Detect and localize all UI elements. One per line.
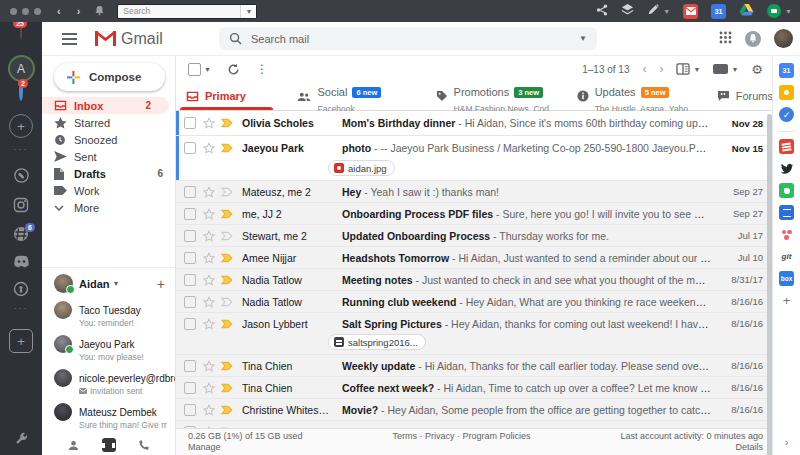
- star-icon[interactable]: [203, 208, 215, 220]
- email-row[interactable]: Jaeyou Park photo - -- Jaeyou Park Busin…: [176, 136, 773, 181]
- email-row[interactable]: Olivia Scholes Mom's Birthday dinner - H…: [176, 111, 773, 136]
- discord-icon[interactable]: [13, 255, 30, 268]
- email-row[interactable]: Tina Chien Coffee next week? - Hi Aidan,…: [176, 377, 773, 399]
- account-avatar[interactable]: [774, 29, 793, 48]
- email-row[interactable]: Christine Whiteside Movie? - Hey Aidan, …: [176, 399, 773, 421]
- importance-marker-icon[interactable]: [221, 118, 233, 128]
- hangouts-contact[interactable]: Jaeyou Park You: mov please!: [42, 331, 175, 365]
- star-icon[interactable]: [203, 404, 215, 416]
- mail-search-bar[interactable]: Search mail ▼: [219, 27, 597, 50]
- window-zoom-button[interactable]: [34, 8, 41, 15]
- input-tools-caret-icon[interactable]: ▼: [731, 66, 738, 73]
- compose-button[interactable]: Compose: [54, 63, 165, 91]
- email-row[interactable]: Mateusz, me 2 Hey - Yeah I saw it :) tha…: [176, 181, 773, 203]
- star-icon[interactable]: [203, 230, 215, 242]
- window-controls[interactable]: [10, 8, 41, 15]
- star-icon[interactable]: [203, 142, 215, 154]
- address-search-bar[interactable]: Search ▼: [117, 4, 257, 19]
- hangouts-contact[interactable]: nicole.peverley@rdbrck.com Invitation se…: [42, 365, 175, 399]
- gmail-logo[interactable]: Gmail: [95, 30, 183, 48]
- row-checkbox[interactable]: [184, 296, 196, 308]
- tab-forums[interactable]: Forums: [707, 82, 773, 110]
- compose-pencil-icon[interactable]: [647, 2, 659, 20]
- star-icon[interactable]: [203, 274, 215, 286]
- tasks-icon[interactable]: ✓: [779, 107, 794, 122]
- row-checkbox[interactable]: [184, 142, 196, 154]
- newer-page-arrow[interactable]: ‹: [642, 62, 646, 76]
- hangouts-user-name[interactable]: Aidan: [79, 278, 110, 290]
- hashtag-app-icon[interactable]: 6: [13, 226, 29, 242]
- importance-marker-icon[interactable]: [221, 319, 233, 329]
- new-conversation-button[interactable]: +: [157, 276, 165, 292]
- hangouts-contact[interactable]: Taco Tuesday You: reminder!: [42, 297, 175, 331]
- back-button[interactable]: ‹: [57, 5, 61, 17]
- sidebar-item-snoozed[interactable]: Snoozed: [42, 131, 175, 148]
- window-minimize-button[interactable]: [22, 8, 29, 15]
- importance-marker-icon[interactable]: [221, 427, 233, 429]
- notifications-bell-icon[interactable]: [94, 2, 105, 20]
- add-app-button[interactable]: +: [779, 293, 794, 308]
- attachment-chip[interactable]: saltspring2016...: [328, 334, 426, 350]
- email-row[interactable]: Nadia Tatlow Running club weekend - Hey …: [176, 291, 773, 313]
- footer-links[interactable]: Terms · Privacy · Program Policies: [303, 431, 621, 455]
- calendar-app-tab[interactable]: 31: [711, 4, 726, 19]
- calendar-icon[interactable]: 31: [779, 63, 794, 78]
- importance-marker-icon[interactable]: [221, 297, 233, 307]
- email-row[interactable]: Tina Chien Weekly update - Hi Aidan, Tha…: [176, 355, 773, 377]
- split-pane-icon[interactable]: ▼: [676, 63, 700, 75]
- star-icon[interactable]: [203, 296, 215, 308]
- row-checkbox[interactable]: [184, 252, 196, 264]
- hangouts-caret-icon[interactable]: ▼: [785, 8, 792, 15]
- phone-call-icon[interactable]: [137, 438, 151, 452]
- star-icon[interactable]: [203, 382, 215, 394]
- layers-icon[interactable]: [621, 2, 634, 20]
- settings-wrench-icon[interactable]: [14, 431, 29, 446]
- box-icon[interactable]: box: [779, 271, 794, 286]
- whatsapp-icon[interactable]: [13, 167, 30, 184]
- hamburger-menu-icon[interactable]: [62, 38, 77, 40]
- sidebar-item-drafts[interactable]: Drafts 6: [42, 165, 175, 182]
- details-link[interactable]: Details: [620, 442, 763, 453]
- importance-marker-icon[interactable]: [221, 209, 233, 219]
- workspace-avatar-active[interactable]: 2: [19, 82, 23, 100]
- row-checkbox[interactable]: [184, 318, 196, 330]
- importance-marker-icon[interactable]: [221, 275, 233, 285]
- row-checkbox[interactable]: [184, 274, 196, 286]
- row-checkbox[interactable]: [184, 230, 196, 242]
- keyhole-app-icon[interactable]: [13, 281, 29, 297]
- git-icon[interactable]: git: [779, 249, 794, 264]
- share-icon[interactable]: [596, 2, 608, 20]
- email-row[interactable]: Jason Lybbert Salt Spring Pictures - Hey…: [176, 313, 773, 355]
- row-checkbox[interactable]: [184, 360, 196, 372]
- email-row[interactable]: Nadia Tatlow New Project - Hi Aidan, Are…: [176, 421, 773, 428]
- collapse-chevron-icon[interactable]: ›: [779, 434, 794, 449]
- star-icon[interactable]: [203, 360, 215, 372]
- star-icon[interactable]: [203, 318, 215, 330]
- search-options-caret-icon[interactable]: ▼: [579, 34, 587, 43]
- workspace-avatar-letter[interactable]: A: [8, 40, 35, 82]
- hangouts-chat-icon[interactable]: [102, 438, 116, 452]
- more-options-icon[interactable]: ⋮: [256, 62, 268, 76]
- forward-button[interactable]: ›: [77, 5, 81, 17]
- apps-grid-icon[interactable]: [719, 30, 732, 48]
- star-icon[interactable]: [203, 426, 215, 429]
- sidebar-item-sent[interactable]: Sent: [42, 148, 175, 165]
- add-account-button[interactable]: +: [9, 114, 33, 138]
- select-all-checkbox[interactable]: [188, 63, 201, 76]
- importance-marker-icon[interactable]: [221, 405, 233, 415]
- evernote-icon[interactable]: [779, 183, 794, 198]
- gmail-app-tab[interactable]: [683, 4, 698, 19]
- importance-marker-icon[interactable]: [221, 383, 233, 393]
- notification-bell-icon[interactable]: [745, 31, 761, 47]
- keep-icon[interactable]: [779, 85, 794, 100]
- sidebar-item-work[interactable]: Work: [42, 182, 175, 199]
- todoist-icon[interactable]: [779, 139, 794, 154]
- importance-marker-icon[interactable]: [221, 187, 233, 197]
- manage-link[interactable]: Manage: [188, 442, 303, 453]
- row-checkbox[interactable]: [184, 426, 196, 429]
- tab-social[interactable]: Social6 new Facebook: [287, 82, 425, 110]
- input-tools-icon[interactable]: ▼: [713, 64, 738, 74]
- select-caret-icon[interactable]: ▼: [204, 66, 211, 73]
- row-checkbox[interactable]: [184, 382, 196, 394]
- row-checkbox[interactable]: [184, 404, 196, 416]
